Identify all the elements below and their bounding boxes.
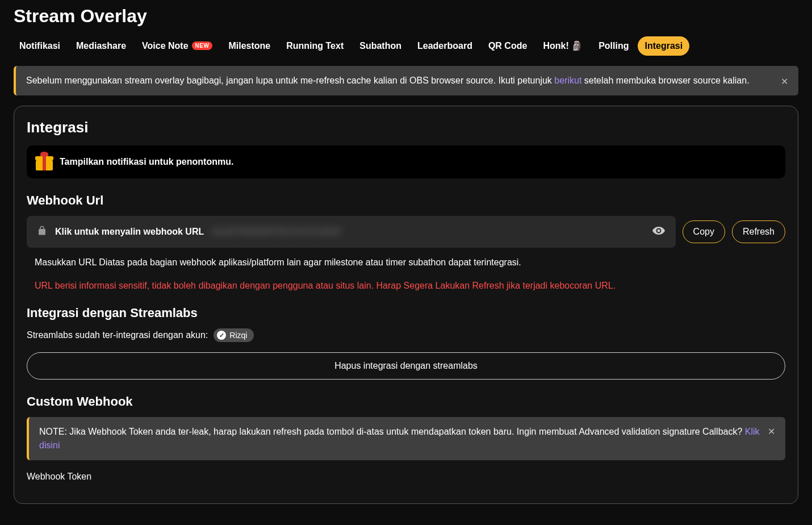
tab-label: QR Code <box>488 41 527 51</box>
tab-label: Milestone <box>228 41 270 51</box>
tab-label: Voice Note <box>142 41 189 51</box>
streamlabs-heading: Integrasi dengan Streamlabs <box>27 306 785 320</box>
card-title: Integrasi <box>27 119 785 136</box>
refresh-button[interactable]: Refresh <box>732 220 785 243</box>
tab-milestone[interactable]: Milestone <box>221 36 277 56</box>
streamlabs-status-row: Streamlabs sudah ter-integrasi dengan ak… <box>27 328 785 342</box>
note-text: NOTE: Jika Webhook Token anda ter-leak, … <box>39 427 745 436</box>
banner-text-before: Sebelum menggunakan stream overlay bagib… <box>26 76 554 85</box>
info-banner: Sebelum menggunakan stream overlay bagib… <box>14 66 798 95</box>
copy-button[interactable]: Copy <box>683 220 725 243</box>
custom-webhook-heading: Custom Webhook <box>27 394 785 409</box>
gift-icon <box>36 153 53 170</box>
webhook-url-box[interactable]: Klik untuk menyalin webhook URL XxxXYXXX… <box>27 216 676 248</box>
remove-integration-button[interactable]: Hapus integrasi dengan streamlabs <box>27 352 785 380</box>
tab-label: Notifikasi <box>19 41 60 51</box>
tab-running-text[interactable]: Running Text <box>279 36 350 56</box>
webhook-url-masked: XxxXYXXXXXYXxYxYxYxXxX <box>212 227 341 237</box>
tab-mediashare[interactable]: Mediashare <box>69 36 133 56</box>
account-chip: Rizqi <box>214 328 254 342</box>
tab-leaderboard[interactable]: Leaderboard <box>411 36 479 56</box>
check-icon <box>217 331 226 340</box>
close-icon[interactable]: ✕ <box>781 75 788 89</box>
lock-icon <box>37 226 47 238</box>
tab-bar: Notifikasi Mediashare Voice NoteNEW Mile… <box>0 31 812 66</box>
banner-text-after: setelah membuka browser source kalian. <box>581 76 749 85</box>
webhook-url-placeholder: Klik untuk menyalin webhook URL <box>55 227 204 237</box>
tab-label: Running Text <box>286 41 344 51</box>
webhook-warning-text: URL berisi informasi sensitif, tidak bol… <box>27 281 785 291</box>
tab-notifikasi[interactable]: Notifikasi <box>12 36 67 56</box>
eye-icon[interactable] <box>652 224 665 240</box>
tab-integrasi[interactable]: Integrasi <box>638 36 689 56</box>
notification-bar: Tampilkan notifikasi untuk penontonmu. <box>27 145 785 178</box>
tab-label: Subathon <box>359 41 401 51</box>
tab-polling[interactable]: Polling <box>592 36 635 56</box>
tab-voice-note[interactable]: Voice NoteNEW <box>135 36 219 56</box>
webhook-url-row: Klik untuk menyalin webhook URL XxxXYXXX… <box>27 216 785 248</box>
tab-label: Honk! 🗿 <box>543 40 583 51</box>
note-banner: NOTE: Jika Webhook Token anda ter-leak, … <box>27 417 785 460</box>
webhook-url-heading: Webhook Url <box>27 193 785 208</box>
account-name: Rizqi <box>229 331 247 340</box>
tab-qr-code[interactable]: QR Code <box>482 36 534 56</box>
tab-honk[interactable]: Honk! 🗿 <box>536 36 589 56</box>
banner-link[interactable]: berikut <box>554 76 581 85</box>
tab-subathon[interactable]: Subathon <box>353 36 408 56</box>
close-icon[interactable]: ✕ <box>768 425 775 439</box>
webhook-token-label: Webhook Token <box>27 472 785 482</box>
integrasi-card: Integrasi Tampilkan notifikasi untuk pen… <box>14 106 798 504</box>
tab-label: Mediashare <box>76 41 126 51</box>
tab-label: Polling <box>598 41 629 51</box>
new-badge: NEW <box>192 41 213 50</box>
page-title: Stream Overlay <box>0 0 812 31</box>
tab-label: Leaderboard <box>417 41 472 51</box>
webhook-help-text: Masukkan URL Diatas pada bagian webhook … <box>27 256 785 269</box>
tab-label: Integrasi <box>644 41 683 51</box>
notif-text: Tampilkan notifikasi untuk penontonmu. <box>60 157 233 167</box>
streamlabs-status-text: Streamlabs sudah ter-integrasi dengan ak… <box>27 330 208 340</box>
